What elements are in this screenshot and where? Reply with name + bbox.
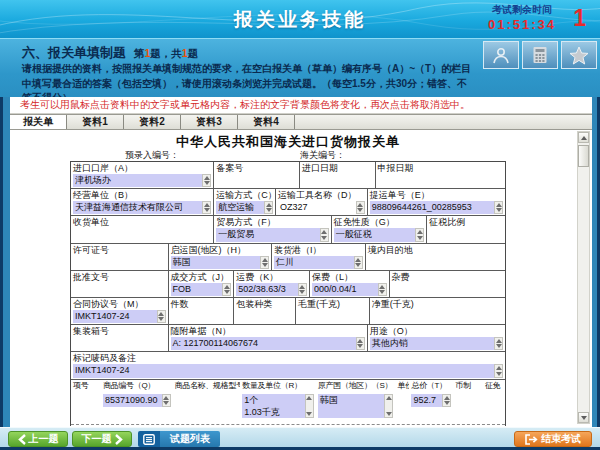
label-insurance: 保费（L） [312, 272, 387, 282]
stepper[interactable] [356, 201, 365, 214]
stepper[interactable] [442, 394, 451, 407]
end-exam-button[interactable]: 结束考试 [514, 431, 592, 447]
tab-bar: 报关单 资料1 资料2 资料3 资料4 [10, 114, 592, 130]
stepper[interactable] [356, 337, 365, 350]
input-operator[interactable]: 天津益海通信技术有限公司 [73, 201, 211, 214]
input-terms[interactable]: FOB [171, 283, 232, 296]
items-header-row: 项号 商品编号（Q） 商品名称、规格型号 数量及单位（R） 原产国（地区）（S）… [71, 380, 505, 392]
scrollbar-up-button[interactable] [578, 132, 589, 143]
scroll-up-icon [581, 136, 587, 140]
table-row: 集装箱号 随附单据（N） A: 121700114067674 用途（O） 其 [71, 325, 505, 352]
stepper[interactable] [264, 201, 273, 214]
stepper[interactable] [354, 256, 363, 269]
tab-material-3[interactable]: 资料3 [181, 115, 238, 129]
table-row: 收货单位 贸易方式（F） 一般贸易 征免性质（G） 一般征税 [71, 216, 505, 244]
chevron-right-icon [115, 434, 123, 445]
input-levy-nature[interactable]: 一般征税 [334, 228, 425, 242]
label-license-no: 许可证号 [73, 245, 166, 255]
label-import-port: 进口口岸（A） [73, 163, 211, 173]
input-item-origin[interactable]: 韩国 [318, 394, 394, 418]
notice-text: 考生可以用鼠标点击资料中的文字或单元格内容，标注的文字背景颜色将变化，再次点击将… [10, 97, 592, 114]
label-operator: 经营单位（B） [73, 190, 211, 200]
declaration-form-area: 中华人民共和国海关进口货物报关单 预录入编号： 海关编号： 进口口岸（A） 津机… [10, 130, 592, 426]
label-terms: 成交方式（J） [171, 272, 232, 282]
chevron-left-icon [18, 434, 26, 445]
table-row: 进口口岸（A） 津机场办 备案号 进口日期 申报日期 [71, 162, 505, 189]
input-origin-country[interactable]: 韩国 [171, 256, 270, 269]
label-container-no: 集装箱号 [73, 326, 166, 336]
stepper[interactable] [378, 283, 387, 296]
stepper[interactable] [222, 283, 231, 296]
stepper[interactable] [202, 174, 211, 187]
input-marks-remarks[interactable]: IMKT1407-24 [73, 364, 503, 378]
label-consignee: 收货单位 [73, 217, 211, 227]
tab-material-4[interactable]: 资料4 [238, 115, 295, 129]
scrollbar-down-button[interactable] [578, 412, 589, 423]
item-row [71, 424, 505, 426]
calculator-icon-button[interactable] [522, 41, 558, 69]
customs-no-label: 海关编号： [300, 149, 345, 162]
stepper[interactable] [384, 394, 393, 418]
stepper[interactable] [157, 310, 166, 323]
scrollbar-thumb[interactable] [578, 145, 589, 167]
content-area: 考生可以用鼠标点击资料中的文字或单元格内容，标注的文字背景颜色将变化，再次点击将… [10, 97, 592, 427]
user-icon-button[interactable] [483, 41, 519, 69]
prev-question-button[interactable]: 上一题 [8, 431, 68, 447]
input-freight[interactable]: 502/38.63/3 [236, 283, 307, 296]
tab-material-1[interactable]: 资料1 [67, 115, 124, 129]
tab-declaration[interactable]: 报关单 [10, 115, 67, 129]
input-transport-mode[interactable]: 航空运输 [216, 201, 273, 214]
input-trade-mode[interactable]: 一般贸易 [216, 228, 328, 242]
table-row: 标记唛码及备注 IMKT1407-24 [71, 352, 505, 380]
stepper[interactable] [494, 337, 503, 350]
left-side-strip [3, 97, 10, 427]
question-panel: 六、报关单填制题第1题，共1题 请根据提供的资料，按照报关单填制规范的要求，在空… [0, 38, 600, 97]
input-transport-name[interactable]: OZ327 [278, 201, 365, 214]
section-title: 六、报关单填制题第1题，共1题 [22, 44, 198, 62]
stepper[interactable] [305, 394, 314, 418]
input-loading-port[interactable]: 仁川 [274, 256, 363, 269]
question-counter: 第1题，共1题 [134, 47, 198, 59]
input-contract-no[interactable]: IMKT1407-24 [73, 310, 166, 323]
vertical-scrollbar[interactable] [577, 131, 590, 424]
input-quantity-unit[interactable]: 1个 1.03千克 [242, 394, 314, 418]
stepper[interactable] [320, 228, 329, 242]
list-icon [143, 434, 155, 445]
next-question-button[interactable]: 下一题 [72, 431, 132, 447]
form-number-labels: 预录入编号： 海关编号： [70, 149, 506, 161]
label-usage: 用途（O） [370, 326, 503, 336]
items-header-total-price: 总价（T） [411, 381, 451, 391]
label-levy-nature: 征免性质（G） [334, 217, 425, 227]
star-icon-button[interactable] [561, 41, 597, 69]
input-insurance[interactable]: 000/0.04/1 [312, 283, 387, 296]
input-usage[interactable]: 其他内销 [370, 337, 503, 350]
table-row: 批准文号 成交方式（J） FOB 运费（K） 502/38.63/3 [71, 271, 505, 298]
scroll-down-icon [581, 416, 587, 420]
declaration-table: 进口口岸（A） 津机场办 备案号 进口日期 申报日期 [70, 161, 506, 426]
items-header-levy-exempt: 征免 [485, 381, 503, 391]
tab-material-2[interactable]: 资料2 [124, 115, 181, 129]
star-icon [569, 46, 589, 65]
label-net-weight: 净重(千克) [372, 299, 503, 309]
input-bill-no[interactable]: 98809644261_00285953 [370, 201, 503, 214]
exam-timer-value: 01:51:34 [488, 17, 556, 33]
input-documents[interactable]: A: 121700114067674 [171, 337, 365, 350]
label-transport-mode: 运输方式（C） [216, 190, 273, 200]
items-header-unit-price: 单价 [397, 381, 407, 391]
stepper[interactable] [494, 201, 503, 214]
user-icon [492, 47, 510, 64]
stepper[interactable] [494, 364, 503, 378]
stepper[interactable] [298, 283, 307, 296]
exam-timer: 考试剩余时间 01:51:34 [488, 4, 556, 33]
label-declare-date: 申报日期 [378, 163, 503, 173]
stepper[interactable] [202, 201, 211, 214]
stepper[interactable] [162, 394, 171, 407]
input-import-port[interactable]: 津机场办 [73, 174, 211, 187]
stepper[interactable] [415, 228, 424, 242]
stepper[interactable] [260, 256, 269, 269]
content-frame: 考生可以用鼠标点击资料中的文字或单元格内容，标注的文字背景颜色将变化，再次点击将… [0, 97, 600, 427]
input-commodity-code[interactable]: 85371090.90 [103, 394, 171, 407]
item-row: 85371090.90 1个 1.03千克 [71, 392, 505, 424]
input-item-total[interactable]: 952.7 [411, 394, 451, 407]
question-list-button[interactable]: 试题列表 [138, 431, 220, 447]
